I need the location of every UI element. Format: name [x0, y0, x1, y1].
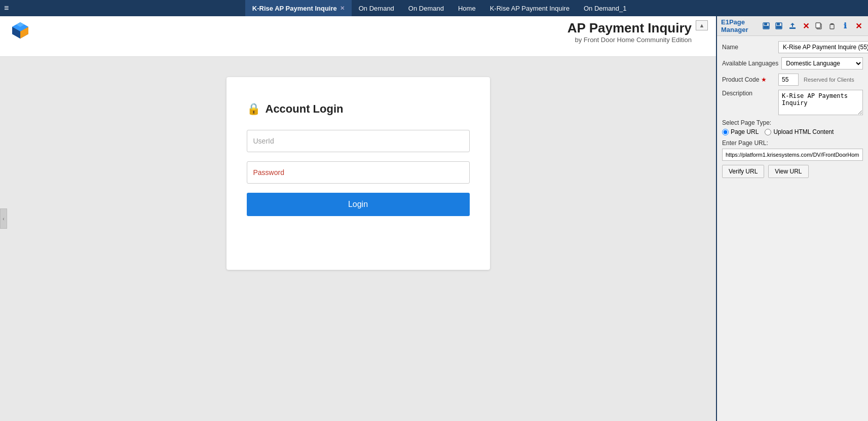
login-title: 🔒 Account Login [247, 102, 470, 116]
nav-tab-3-label: On Demand [408, 5, 444, 12]
available-languages-field-row: Available Languages Domestic LanguageEng… [722, 57, 863, 69]
description-field-row: Description K-Rise AP Payments Inquiry [722, 90, 863, 115]
left-panel: ‹ AP Payment Inquiry by Front Door Home … [0, 16, 716, 421]
product-code-note: Reserved for Clients [804, 77, 854, 83]
nav-tab-1[interactable]: K-Rise AP Payment Inquire ✕ [245, 0, 352, 16]
name-label: Name [722, 44, 775, 51]
page-type-label: Select Page Type: [722, 119, 863, 126]
svg-rect-12 [789, 27, 796, 29]
right-panel-toolbar: + ✕ ℹ ✕ [761, 20, 864, 31]
share-icon[interactable] [787, 20, 798, 31]
nav-tab-5[interactable]: K-Rise AP Payment Inquire [483, 0, 577, 16]
save-icon-2[interactable]: + [774, 20, 785, 31]
nav-tab-4[interactable]: Home [451, 0, 483, 16]
login-title-text: Account Login [266, 102, 344, 116]
svg-rect-6 [764, 23, 767, 25]
app-logo [10, 20, 30, 41]
available-languages-select[interactable]: Domestic LanguageEnglishSpanishFrench [781, 57, 863, 69]
description-label: Description [722, 90, 775, 97]
product-code-label: Product Code ★ [722, 76, 775, 83]
copy-icon[interactable] [813, 20, 824, 31]
login-button[interactable]: Login [247, 193, 470, 216]
page-url-radio[interactable] [722, 129, 729, 135]
page-type-section: Select Page Type: Page URL Upload HTML C… [722, 119, 863, 135]
page-content: 🔒 Account Login Login [0, 57, 716, 421]
nav-tab-1-close[interactable]: ✕ [340, 5, 345, 12]
nav-tab-1-label: K-Rise AP Payment Inquire [252, 5, 337, 12]
nav-tab-3[interactable]: On Demand [401, 0, 451, 16]
available-languages-label: Available Languages [722, 60, 778, 67]
product-code-field-row: Product Code ★ Reserved for Clients [722, 74, 863, 86]
upload-html-radio[interactable] [765, 129, 771, 135]
right-panel-header: E1Page Manager + ✕ [717, 16, 868, 36]
url-label: Enter Page URL: [722, 139, 863, 147]
page-url-label: Page URL [731, 128, 759, 135]
right-panel-title: E1Page Manager [721, 18, 761, 33]
svg-rect-15 [830, 24, 834, 29]
svg-rect-7 [764, 26, 769, 28]
right-panel-body: Name K-Rise AP Payment Inquire (55) Avai… [717, 36, 868, 183]
url-input[interactable] [722, 149, 863, 161]
nav-tab-2[interactable]: On Demand [352, 0, 401, 16]
page-url-option[interactable]: Page URL [722, 128, 759, 135]
lock-icon: 🔒 [247, 102, 260, 116]
svg-rect-14 [816, 23, 820, 28]
upload-html-label: Upload HTML Content [773, 128, 834, 135]
app-header: AP Payment Inquiry by Front Door Home Co… [0, 16, 716, 57]
page-type-options: Page URL Upload HTML Content [722, 128, 863, 135]
verify-url-button[interactable]: Verify URL [722, 165, 764, 178]
product-code-input[interactable] [778, 74, 799, 86]
nav-tab-4-label: Home [458, 5, 476, 12]
url-row: Enter Page URL: [722, 139, 863, 161]
save-icon-1[interactable] [761, 20, 772, 31]
top-navigation: ≡ K-Rise AP Payment Inquire ✕ On Demand … [0, 0, 868, 16]
svg-rect-16 [831, 23, 834, 25]
nav-tab-6[interactable]: On Demand_1 [577, 0, 634, 16]
name-field-row: Name K-Rise AP Payment Inquire (55) [722, 41, 863, 53]
panel-close-icon[interactable]: ✕ [853, 20, 864, 31]
login-card: 🔒 Account Login Login [227, 77, 490, 270]
password-input[interactable] [247, 161, 470, 184]
paste-icon[interactable] [826, 20, 838, 31]
nav-tab-2-label: On Demand [359, 5, 394, 12]
app-title-area: AP Payment Inquiry by Front Door Home Co… [30, 20, 692, 44]
main-layout: ‹ AP Payment Inquiry by Front Door Home … [0, 16, 868, 421]
app-title: AP Payment Inquiry [30, 20, 692, 36]
right-panel: E1Page Manager + ✕ [716, 16, 868, 421]
close-red-icon[interactable]: ✕ [800, 20, 811, 31]
description-textarea[interactable]: K-Rise AP Payments Inquiry [778, 90, 863, 115]
url-buttons: Verify URL View URL [722, 165, 863, 178]
view-url-button[interactable]: View URL [768, 165, 808, 178]
hamburger-menu[interactable]: ≡ [4, 4, 9, 13]
info-icon[interactable]: ℹ [840, 20, 851, 31]
userid-input[interactable] [247, 130, 470, 152]
nav-tab-5-label: K-Rise AP Payment Inquire [490, 5, 570, 12]
collapse-button[interactable]: ▲ [696, 20, 708, 30]
svg-rect-9 [777, 23, 780, 25]
upload-html-option[interactable]: Upload HTML Content [765, 128, 834, 135]
nav-tabs-container: K-Rise AP Payment Inquire ✕ On Demand On… [15, 0, 864, 16]
name-select[interactable]: K-Rise AP Payment Inquire (55) [778, 41, 868, 53]
nav-tab-6-label: On Demand_1 [584, 5, 627, 12]
product-code-required-marker: ★ [761, 76, 767, 83]
svg-text:+: + [780, 26, 782, 29]
app-subtitle: by Front Door Home Community Edition [30, 36, 692, 44]
sidebar-toggle[interactable]: ‹ [0, 208, 7, 229]
